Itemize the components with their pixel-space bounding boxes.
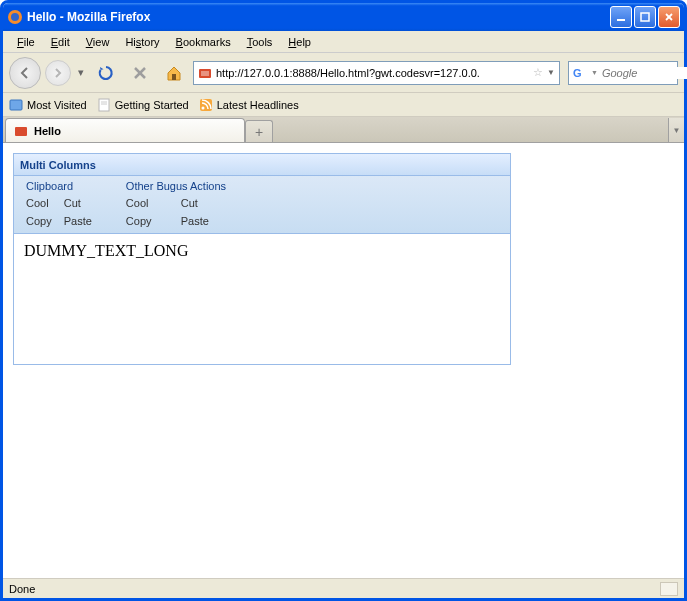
bookmark-most-visited[interactable]: Most Visited bbox=[9, 98, 87, 112]
close-button[interactable] bbox=[658, 6, 680, 28]
panel-body: DUMMY_TEXT_LONG bbox=[14, 234, 510, 364]
back-button[interactable] bbox=[9, 57, 41, 89]
action-paste[interactable]: Paste bbox=[64, 215, 92, 227]
group-title-clipboard: Clipboard bbox=[20, 180, 92, 192]
tab-site-icon bbox=[14, 124, 28, 138]
url-bar[interactable]: ☆ ▼ bbox=[193, 61, 560, 85]
svg-point-19 bbox=[201, 106, 204, 109]
url-input[interactable] bbox=[216, 67, 529, 79]
svg-rect-3 bbox=[641, 13, 649, 21]
svg-point-1 bbox=[11, 13, 19, 21]
stop-button[interactable] bbox=[129, 62, 151, 84]
menu-edit[interactable]: Edit bbox=[43, 34, 78, 50]
menu-history[interactable]: History bbox=[117, 34, 167, 50]
home-button[interactable] bbox=[163, 62, 185, 84]
menu-help[interactable]: Help bbox=[280, 34, 319, 50]
svg-text:G: G bbox=[573, 67, 582, 79]
action-cool-2[interactable]: Cool bbox=[126, 197, 169, 209]
menu-file[interactable]: File bbox=[9, 34, 43, 50]
svg-rect-8 bbox=[172, 74, 176, 80]
panel-header: Multi Columns bbox=[14, 154, 510, 176]
panel-toolbar: Clipboard Cool Cut Copy Paste Other Bugu… bbox=[14, 176, 510, 234]
status-text: Done bbox=[9, 583, 35, 595]
browser-window: Hello - Mozilla Firefox File Edit View H… bbox=[0, 0, 687, 601]
svg-rect-20 bbox=[15, 127, 27, 136]
new-tab-button[interactable]: + bbox=[245, 120, 273, 142]
tab-list-button[interactable]: ▼ bbox=[668, 118, 684, 142]
menu-view[interactable]: View bbox=[78, 34, 118, 50]
action-cool[interactable]: Cool bbox=[26, 197, 52, 209]
status-bar: Done bbox=[3, 578, 684, 598]
svg-rect-14 bbox=[10, 100, 22, 110]
firefox-icon bbox=[7, 9, 23, 25]
search-bar[interactable]: G ▼ bbox=[568, 61, 678, 85]
minimize-button[interactable] bbox=[610, 6, 632, 28]
action-copy-2[interactable]: Copy bbox=[126, 215, 169, 227]
action-cut[interactable]: Cut bbox=[64, 197, 92, 209]
toolbar-group-clipboard: Clipboard Cool Cut Copy Paste bbox=[20, 180, 92, 227]
tab-label: Hello bbox=[34, 125, 61, 137]
action-cut-2[interactable]: Cut bbox=[181, 197, 226, 209]
url-dropdown-icon[interactable]: ▼ bbox=[547, 68, 555, 77]
maximize-button[interactable] bbox=[634, 6, 656, 28]
bookmarks-bar: Most Visited Getting Started Latest Head… bbox=[3, 93, 684, 117]
forward-button[interactable] bbox=[45, 60, 71, 86]
menu-tools[interactable]: Tools bbox=[239, 34, 281, 50]
search-input[interactable] bbox=[602, 67, 687, 79]
group-title-other: Other Bugus Actions bbox=[120, 180, 226, 192]
nav-history-dropdown[interactable]: ▾ bbox=[75, 59, 87, 87]
bookmark-star-icon[interactable]: ☆ bbox=[533, 66, 543, 79]
multi-columns-panel: Multi Columns Clipboard Cool Cut Copy Pa… bbox=[13, 153, 511, 365]
svg-rect-15 bbox=[99, 99, 109, 111]
menu-bookmarks[interactable]: Bookmarks bbox=[168, 34, 239, 50]
nav-toolbar: ▾ ☆ ▼ G ▼ bbox=[3, 53, 684, 93]
action-paste-2[interactable]: Paste bbox=[181, 215, 226, 227]
menubar: File Edit View History Bookmarks Tools H… bbox=[3, 31, 684, 53]
status-resize-grip bbox=[660, 582, 678, 596]
bookmark-latest-headlines[interactable]: Latest Headlines bbox=[199, 98, 299, 112]
tab-bar: Hello + ▼ bbox=[3, 117, 684, 143]
titlebar: Hello - Mozilla Firefox bbox=[3, 3, 684, 31]
toolbar-group-other: Other Bugus Actions Cool Cut Copy Paste bbox=[120, 180, 226, 227]
action-copy[interactable]: Copy bbox=[26, 215, 52, 227]
page-content: Multi Columns Clipboard Cool Cut Copy Pa… bbox=[3, 143, 684, 578]
svg-rect-2 bbox=[617, 19, 625, 21]
window-buttons bbox=[610, 6, 680, 28]
google-icon: G bbox=[573, 66, 587, 80]
window-title: Hello - Mozilla Firefox bbox=[27, 10, 610, 24]
svg-rect-10 bbox=[201, 71, 209, 76]
tab-hello[interactable]: Hello bbox=[5, 118, 245, 142]
bookmark-getting-started[interactable]: Getting Started bbox=[97, 98, 189, 112]
reload-button[interactable] bbox=[95, 62, 117, 84]
search-engine-dropdown[interactable]: ▼ bbox=[591, 69, 598, 76]
site-icon bbox=[198, 66, 212, 80]
